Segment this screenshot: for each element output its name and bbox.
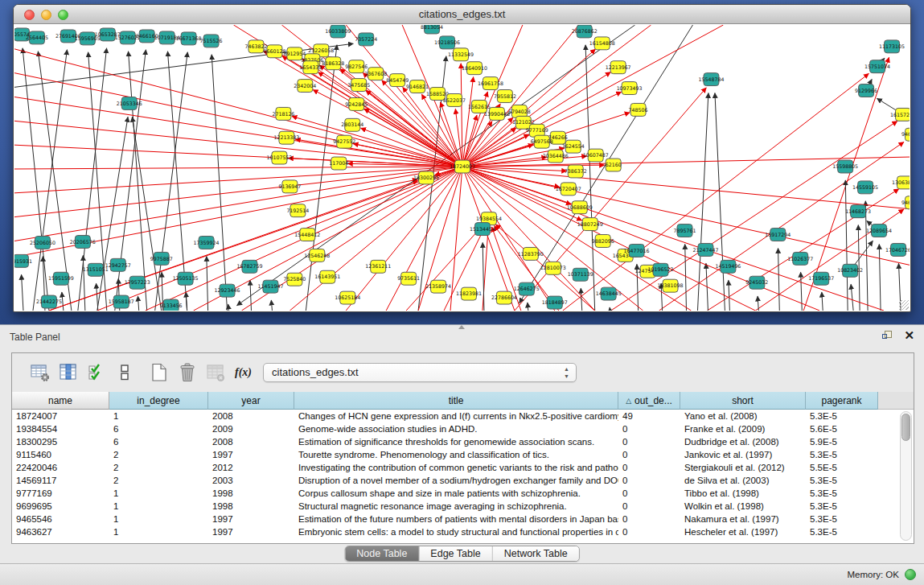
graph-node[interactable]: 2367608 — [364, 68, 387, 80]
network-window-titlebar[interactable]: citations_edges.txt — [14, 5, 910, 24]
graph-node[interactable]: 7955812 — [494, 90, 516, 103]
graph-node[interactable]: 15448412 — [294, 229, 320, 241]
graph-node[interactable]: 2342004 — [294, 80, 316, 93]
table-selector-dropdown[interactable]: citations_edges.txt ▲▼ — [263, 363, 577, 382]
tab-node-table[interactable]: Node Table — [345, 546, 419, 561]
table-row[interactable]: 977716911998Corpus callosum shape and si… — [12, 487, 914, 500]
graph-node[interactable]: 11823981 — [456, 287, 482, 300]
graph-node[interactable]: 16157278 — [890, 108, 910, 121]
graph-node[interactable]: 7386372 — [565, 165, 587, 178]
graph-node[interactable]: 7515526 — [200, 35, 223, 47]
table-row[interactable]: 969969511998Structural magnetic resonanc… — [12, 500, 914, 513]
graph-node[interactable]: 9242845 — [345, 97, 368, 110]
graph-node[interactable]: 17196537 — [808, 272, 834, 285]
table-cell-name[interactable]: 19384554 — [12, 422, 109, 435]
column-header-in_degree[interactable]: in_degree — [109, 392, 208, 410]
graph-node[interactable]: 14638445 — [596, 287, 622, 300]
table-cell-year[interactable]: 2003 — [208, 474, 294, 487]
table-cell-pagerank[interactable]: 5.3E-5 — [806, 500, 878, 513]
float-panel-icon[interactable] — [882, 331, 893, 341]
table-cell-out_degree[interactable]: 0 — [618, 474, 680, 487]
resize-grip-icon[interactable] — [899, 300, 909, 310]
graph-node[interactable]: 9975887 — [150, 252, 173, 265]
table-cell-title[interactable]: Embryonic stem cells: a model to study s… — [294, 525, 618, 538]
table-cell-name[interactable]: 9699695 — [12, 500, 109, 513]
scrollbar-thumb[interactable] — [901, 414, 910, 441]
graph-node[interactable]: 9465546 — [901, 196, 910, 209]
table-cell-name[interactable]: 9777169 — [12, 487, 109, 500]
table-cell-short[interactable]: Tibbo et al. (1998) — [680, 487, 806, 500]
column-header-name[interactable]: name — [12, 392, 109, 410]
graph-node[interactable]: 15917294 — [765, 229, 791, 241]
graph-node[interactable]: 9735611 — [397, 272, 420, 285]
table-cell-in_degree[interactable]: 6 — [109, 435, 208, 448]
table-cell-pagerank[interactable]: 5.3E-5 — [806, 487, 878, 500]
graph-node[interactable]: 8813054 — [421, 25, 443, 34]
table-cell-pagerank[interactable]: 5.3E-5 — [806, 410, 878, 422]
graph-node[interactable]: 12646275 — [514, 282, 540, 295]
table-cell-pagerank[interactable]: 5.5E-5 — [806, 461, 878, 474]
table-cell-year[interactable]: 2008 — [208, 435, 294, 448]
table-cell-title[interactable]: Estimation of significance thresholds fo… — [294, 435, 618, 448]
close-panel-icon[interactable]: ✕ — [904, 329, 914, 342]
table-row[interactable]: 1938455462009Genome-wide association stu… — [12, 422, 914, 435]
graph-node[interactable]: 7192514 — [286, 204, 309, 217]
graph-node[interactable]: 13505135 — [173, 272, 199, 285]
graph-node[interactable]: 10107553 — [266, 151, 292, 164]
table-cell-short[interactable]: de Silva et al. (2003) — [680, 474, 806, 487]
column-header-year[interactable]: year — [208, 392, 294, 410]
table-row[interactable]: 1830029562008Estimation of significance … — [12, 435, 914, 448]
select-column-icon[interactable] — [58, 362, 79, 383]
graph-node[interactable]: 748506 — [629, 103, 648, 116]
graph-node[interactable]: 17046726 — [885, 243, 910, 256]
function-builder-icon[interactable]: f(x) — [235, 366, 252, 379]
graph-node[interactable]: 11173105 — [879, 40, 905, 53]
graph-node[interactable]: 7357224 — [355, 33, 377, 46]
graph-node[interactable]: 10688609 — [567, 201, 593, 214]
table-cell-name[interactable]: 9465546 — [12, 513, 109, 525]
table-row[interactable]: 946362711997Embryonic stem cells: a mode… — [12, 525, 914, 538]
graph-node[interactable]: 16154808 — [589, 37, 615, 50]
graph-node[interactable]: 12942757 — [105, 258, 131, 271]
table-cell-year[interactable]: 2012 — [208, 461, 294, 474]
graph-node[interactable]: 8660128 — [263, 45, 285, 58]
table-cell-title[interactable]: Corpus callosum shape and size in male p… — [294, 487, 618, 500]
graph-node[interactable]: 2803144 — [341, 118, 363, 131]
vertical-scrollbar[interactable] — [900, 411, 912, 541]
graph-node[interactable]: 15548784 — [698, 73, 724, 86]
table-cell-title[interactable]: Changes of HCN gene expression and I(f) … — [294, 410, 618, 422]
graph-node[interactable]: 18184897 — [542, 296, 568, 309]
panel-resize-handle-icon[interactable] — [458, 325, 465, 329]
graph-node[interactable]: 9146821 — [406, 80, 429, 93]
table-row[interactable]: 1872400712008Changes of HCN gene express… — [12, 410, 914, 422]
table-cell-out_degree[interactable]: 0 — [618, 435, 680, 448]
table-cell-short[interactable]: Stergiakouli et al. (2012) — [680, 461, 806, 474]
table-cell-in_degree[interactable]: 1 — [109, 487, 208, 500]
column-header-out_degree[interactable]: △out_de... — [618, 392, 680, 410]
table-cell-out_degree[interactable]: 0 — [618, 525, 680, 538]
table-cell-pagerank[interactable]: 5.3E-5 — [806, 474, 878, 487]
table-cell-year[interactable]: 2008 — [208, 410, 294, 422]
graph-node[interactable]: 15598805 — [832, 160, 858, 173]
table-cell-out_degree[interactable]: 0 — [618, 513, 680, 525]
table-cell-title[interactable]: Investigating the contribution of common… — [294, 461, 618, 474]
graph-node[interactable]: 10625184 — [335, 291, 360, 304]
table-cell-pagerank[interactable]: 5.3E-5 — [806, 448, 878, 461]
row-options-icon[interactable] — [114, 362, 135, 383]
graph-node[interactable]: 9463627 — [901, 128, 910, 141]
graph-node[interactable]: 11451947 — [257, 280, 283, 293]
graph-node[interactable]: 11468273 — [845, 205, 871, 218]
graph-node[interactable]: 18640910 — [462, 62, 487, 75]
graph-node[interactable]: 7525840 — [283, 273, 306, 286]
table-cell-short[interactable]: Jankovic et al. (1997) — [680, 448, 806, 461]
table-cell-year[interactable]: 1997 — [208, 525, 294, 538]
graph-node[interactable]: 26876862 — [572, 25, 598, 38]
network-window[interactable]: citations_edges.txt 18724007232260589827… — [13, 4, 911, 312]
table-cell-year[interactable]: 1997 — [208, 448, 294, 461]
network-canvas[interactable]: 1872400723226058982750681863289827546236… — [14, 25, 910, 311]
tab-network-table[interactable]: Network Table — [493, 546, 579, 561]
table-cell-in_degree[interactable]: 6 — [109, 422, 208, 435]
graph-node[interactable]: 13990448 — [484, 107, 510, 120]
table-row[interactable]: 2242004622012Investigating the contribut… — [12, 461, 914, 474]
graph-node[interactable]: 15751074 — [864, 60, 890, 73]
